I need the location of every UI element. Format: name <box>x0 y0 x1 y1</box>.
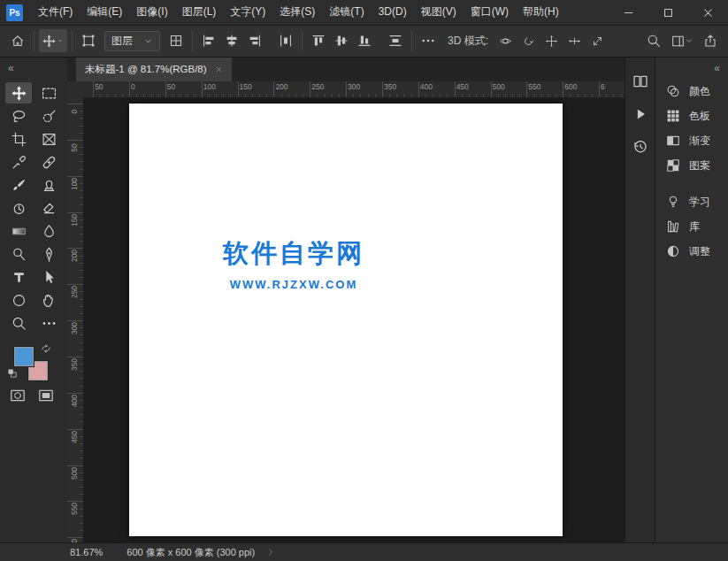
swatches-panel[interactable]: 色板 <box>655 104 728 128</box>
frame-tool[interactable] <box>35 128 62 150</box>
path-selection-tool[interactable] <box>35 266 62 288</box>
auto-select-icon[interactable] <box>77 29 100 52</box>
panel-item-list: 颜色色板渐变图案学习库调整 <box>655 79 728 264</box>
collapse-tools-icon[interactable]: « <box>0 58 67 78</box>
pen-tool[interactable] <box>35 243 62 265</box>
align-center-horizontal-icon[interactable] <box>220 29 243 52</box>
pattern-panel[interactable]: 图案 <box>655 153 728 178</box>
separator <box>72 31 73 50</box>
quick-mask-button[interactable] <box>10 388 26 403</box>
minimize-button[interactable] <box>609 0 648 25</box>
horizontal-ruler[interactable]: 500501001502002503003504004505005506006 <box>83 81 625 98</box>
learn-panel[interactable]: 学习 <box>655 189 728 214</box>
color-panel[interactable]: 颜色 <box>655 79 728 104</box>
layer-target-select[interactable]: 图层 <box>104 31 160 51</box>
3d-roll-icon[interactable] <box>517 29 540 52</box>
3d-scale-icon[interactable] <box>586 29 609 52</box>
3d-slide-icon[interactable] <box>563 29 586 52</box>
screen-mode-button[interactable] <box>38 388 54 403</box>
distribute-horizontal-icon[interactable] <box>274 29 297 52</box>
share-image-icon[interactable] <box>699 29 722 52</box>
quick-selection-tool[interactable] <box>35 105 62 127</box>
history-brush-tool[interactable] <box>5 197 32 219</box>
clone-stamp-tool[interactable] <box>35 174 62 196</box>
menu-item-9[interactable]: 视图(V) <box>414 0 464 25</box>
menu-item-10[interactable]: 窗口(W) <box>464 0 516 25</box>
separator <box>192 31 193 50</box>
adjustments-panel-label: 调整 <box>689 244 710 259</box>
collapse-panels-icon[interactable]: « <box>655 58 728 79</box>
switch-colors-icon[interactable] <box>41 343 51 354</box>
menu-items: 文件(F)编辑(E)图像(I)图层(L)文字(Y)选择(S)滤镜(T)3D(D)… <box>31 0 566 25</box>
ruler-tick <box>273 81 274 97</box>
workspace-switcher-button[interactable] <box>665 29 699 52</box>
maximize-button[interactable] <box>648 0 688 25</box>
foreground-color-swatch[interactable] <box>14 347 34 366</box>
layer-target-select-value: 图层 <box>111 34 133 49</box>
status-menu-chevron-icon[interactable] <box>266 548 275 557</box>
canvas[interactable]: 软件自学网 WWW.RJZXW.COM <box>129 104 563 536</box>
menu-item-7[interactable]: 滤镜(T) <box>322 0 371 25</box>
type-tool[interactable] <box>5 266 32 288</box>
ellipse-tool[interactable] <box>5 289 32 311</box>
ruler-label: 0 <box>131 82 135 91</box>
ruler-tick <box>165 81 166 97</box>
properties-panel-icon[interactable] <box>632 73 648 89</box>
tab-close-icon[interactable] <box>215 65 223 73</box>
separator <box>302 31 303 50</box>
menu-item-4[interactable]: 图层(L) <box>175 0 224 25</box>
menu-item-5[interactable]: 文字(Y) <box>223 0 272 25</box>
default-colors-icon[interactable] <box>7 368 18 379</box>
menu-item-6[interactable]: 选择(S) <box>272 0 322 25</box>
3d-orbit-icon[interactable] <box>494 29 517 52</box>
zoom-level-field[interactable]: 81.67% <box>70 547 103 557</box>
move-tool[interactable] <box>5 82 32 104</box>
eyedropper-tool[interactable] <box>5 151 32 173</box>
ruler-label: 200 <box>70 249 79 263</box>
libraries-panel[interactable]: 库 <box>655 214 728 239</box>
gradient-tool[interactable] <box>5 220 32 242</box>
eraser-tool[interactable] <box>35 197 62 219</box>
menu-item-2[interactable]: 编辑(E) <box>80 0 129 25</box>
pattern-panel-icon <box>666 158 680 173</box>
align-bottom-icon[interactable] <box>353 29 376 52</box>
menu-item-11[interactable]: 帮助(H) <box>516 0 566 25</box>
dodge-tool[interactable] <box>5 243 32 265</box>
move-tool-option-button[interactable] <box>39 29 67 52</box>
marquee-tool[interactable] <box>35 82 62 104</box>
healing-brush-tool[interactable] <box>35 151 62 173</box>
menu-item-8[interactable]: 3D(D) <box>372 0 414 25</box>
search-icon[interactable] <box>642 29 665 52</box>
3d-pan-icon[interactable] <box>540 29 563 52</box>
show-transform-controls-icon[interactable] <box>165 29 188 52</box>
edit-toolbar-button[interactable] <box>35 312 62 334</box>
collapsed-panel-dock <box>625 58 655 543</box>
ruler-label: 550 <box>528 82 540 91</box>
home-icon[interactable] <box>6 29 29 52</box>
close-button[interactable] <box>688 0 728 25</box>
align-right-icon[interactable] <box>243 29 266 52</box>
gradient-panel[interactable]: 渐变 <box>655 128 728 153</box>
align-middle-vertical-icon[interactable] <box>330 29 353 52</box>
adjustments-panel[interactable]: 调整 <box>655 239 728 264</box>
zoom-tool[interactable] <box>5 312 32 334</box>
3d-mode-label: 3D 模式: <box>448 34 488 49</box>
blur-tool[interactable] <box>35 220 62 242</box>
brush-tool[interactable] <box>5 174 32 196</box>
ruler-tick <box>418 81 419 97</box>
vertical-ruler[interactable]: 050100150200250300350400450500550600 <box>67 97 84 543</box>
menu-item-1[interactable]: 文件(F) <box>31 0 80 25</box>
hand-tool[interactable] <box>35 289 62 311</box>
history-panel-icon[interactable] <box>632 139 648 155</box>
lasso-tool[interactable] <box>5 105 32 127</box>
menu-item-3[interactable]: 图像(I) <box>129 0 174 25</box>
learn-panel-label: 学习 <box>689 195 710 210</box>
align-top-icon[interactable] <box>307 29 330 52</box>
align-left-icon[interactable] <box>197 29 220 52</box>
crop-tool[interactable] <box>5 128 32 150</box>
distribute-vertical-icon[interactable] <box>384 29 407 52</box>
actions-panel-icon[interactable] <box>632 106 648 122</box>
more-align-options-icon[interactable] <box>417 29 440 52</box>
ruler-label: 250 <box>311 82 324 91</box>
document-tab[interactable]: 未标题-1 @ 81.7%(RGB/8) <box>76 58 233 81</box>
